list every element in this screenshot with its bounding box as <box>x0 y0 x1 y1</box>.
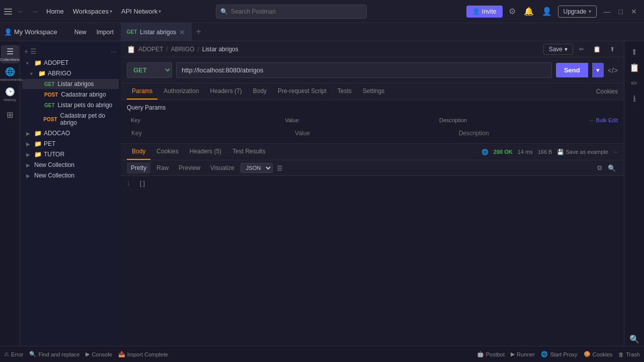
param-value-input[interactable] <box>295 130 449 137</box>
settings-icon[interactable]: ⚙ <box>507 5 518 18</box>
response-time: 14 ms <box>518 149 533 155</box>
postbot-icon: 🤖 <box>477 351 484 357</box>
param-value-cell <box>290 127 454 139</box>
bottom-trash[interactable]: 🗑 Trash <box>618 351 640 357</box>
pet-label: PET <box>44 140 55 147</box>
tabs-bar: GET Listar abrigos ✕ + <box>121 23 640 41</box>
resp-tab-body[interactable]: Body <box>127 144 150 160</box>
sidebar-add-button[interactable]: + <box>24 47 28 55</box>
json-format-select[interactable]: JSON XML HTML <box>240 163 273 173</box>
right-edge-btn-1[interactable]: ⬆ <box>629 45 639 59</box>
tab-tests[interactable]: Tests <box>333 83 357 100</box>
forward-arrow[interactable]: → <box>29 7 40 17</box>
tab-headers[interactable]: Headers (7) <box>205 83 247 100</box>
right-edge-btn-3[interactable]: ✏ <box>629 76 639 90</box>
right-edge-btn-5[interactable]: 🔍 <box>627 332 641 346</box>
cookies-link[interactable]: Cookies <box>596 88 618 95</box>
tree-item-abrigo[interactable]: ▾ 📁 ABRIGO <box>22 68 119 78</box>
code-button[interactable]: </> <box>608 66 618 74</box>
import-button[interactable]: Import <box>94 27 117 38</box>
abrigo-label: ABRIGO <box>48 70 71 77</box>
maximize-button[interactable]: □ <box>616 7 626 17</box>
copy-response-button[interactable]: ⧉ <box>595 163 604 173</box>
avatar-icon[interactable]: 👤 <box>540 5 554 18</box>
tab-settings[interactable]: Settings <box>358 83 389 100</box>
tutor-chevron-icon: ▶ <box>26 152 32 157</box>
resp-tab-test-results[interactable]: Test Results <box>227 144 270 160</box>
tree-item-new-collection-2[interactable]: ▶ New Collection <box>22 170 119 180</box>
tree-item-cadastrar-pet[interactable]: POST Cadastrar pet do abrigo <box>22 111 119 128</box>
second-header: 👤 My Workspace New Import GET Listar abr… <box>0 23 644 41</box>
param-description-input[interactable] <box>459 130 613 137</box>
add-tab-button[interactable]: + <box>192 27 205 37</box>
bottom-import[interactable]: 📥 Import Complete <box>118 351 168 357</box>
format-icon-button[interactable]: ☰ <box>275 163 285 173</box>
fmt-visualize[interactable]: Visualize <box>206 162 238 173</box>
tab-pre-request[interactable]: Pre-request Script <box>273 83 332 100</box>
right-edge-btn-2[interactable]: 📋 <box>627 61 641 74</box>
send-button[interactable]: Send <box>556 63 588 77</box>
tree-item-adopet[interactable]: ▾ 📁 ADOPET <box>22 58 119 68</box>
tab-params[interactable]: Params <box>127 83 157 100</box>
bottom-error[interactable]: ⚠ Error <box>4 351 23 357</box>
new-button[interactable]: New <box>71 27 90 38</box>
upgrade-button[interactable]: Upgrade ▾ <box>558 6 597 18</box>
fmt-preview[interactable]: Preview <box>175 162 204 173</box>
menu-icon[interactable] <box>4 8 12 16</box>
sidebar-item-components[interactable]: ⊞ <box>1 106 19 124</box>
api-network-nav[interactable]: API Network ▾ <box>118 6 164 17</box>
bottom-right: 🤖 Postbot ▶ Runner 🌐 Start Proxy 🍪 Cooki… <box>477 351 640 357</box>
response-more-button[interactable]: ··· <box>613 149 618 155</box>
search-input[interactable] <box>231 8 362 15</box>
bottom-postbot[interactable]: 🤖 Postbot <box>477 351 505 357</box>
save-example-button[interactable]: 💾 Save as example <box>557 149 608 155</box>
tree-item-adocao[interactable]: ▶ 📁 ADOCAO <box>22 128 119 138</box>
tab-body[interactable]: Body <box>248 83 272 100</box>
bottom-console[interactable]: ▶ Console <box>86 351 112 357</box>
share-button[interactable]: ⬆ <box>607 44 618 55</box>
tab-authorization[interactable]: Authorization <box>158 83 204 100</box>
save-button[interactable]: Save ▾ <box>543 44 573 55</box>
bottom-find-replace[interactable]: 🔍 Find and replace <box>29 351 79 357</box>
sidebar-more-button[interactable]: ··· <box>111 47 117 55</box>
workspaces-nav[interactable]: Workspaces ▾ <box>70 6 115 17</box>
search-bar[interactable]: 🔍 <box>216 5 367 19</box>
tree-item-listar-abrigos[interactable]: GET Listar abrigos <box>22 79 119 89</box>
copy-button[interactable]: 📋 <box>590 44 604 55</box>
resp-tab-headers[interactable]: Headers (5) <box>185 144 226 160</box>
fmt-pretty[interactable]: Pretty <box>127 162 150 173</box>
url-input[interactable] <box>176 62 552 78</box>
sidebar-filter-button[interactable]: ☰ <box>30 47 37 55</box>
sidebar-item-environments[interactable]: 🌐 Environments <box>1 65 19 83</box>
tree-item-new-collection-1[interactable]: ▶ New Collection <box>22 160 119 170</box>
bottom-start-proxy[interactable]: 🌐 Start Proxy <box>541 351 577 357</box>
tree-item-listar-pets[interactable]: GET Listar pets do abrigo <box>22 100 119 110</box>
right-edge-btn-4[interactable]: ℹ <box>631 92 638 106</box>
method-select[interactable]: GET POST PUT DELETE <box>127 62 172 78</box>
minimize-button[interactable]: — <box>601 7 614 17</box>
request-tab[interactable]: GET Listar abrigos ✕ <box>121 23 192 41</box>
close-button[interactable]: ✕ <box>628 7 640 17</box>
bottom-cookies[interactable]: 🍪 Cookies <box>584 351 613 357</box>
tree-item-tutor[interactable]: ▶ 📁 TUTOR <box>22 149 119 159</box>
home-nav[interactable]: Home <box>43 6 67 17</box>
sidebar-item-history[interactable]: 🕒 History <box>1 85 19 104</box>
back-arrow[interactable]: ← <box>15 7 26 17</box>
send-dropdown-button[interactable]: ▾ <box>592 63 604 77</box>
tab-close-button[interactable]: ✕ <box>179 28 185 36</box>
adocao-chevron-icon: ▶ <box>26 131 32 136</box>
invite-button[interactable]: 👤 Invite <box>466 6 503 18</box>
sidebar-item-collections[interactable]: ☰ Collections <box>1 45 19 63</box>
resp-tab-cookies[interactable]: Cookies <box>151 144 183 160</box>
adopet-label: ADOPET <box>44 59 68 66</box>
notification-icon[interactable]: 🔔 <box>522 5 536 18</box>
bulk-edit-button[interactable]: ··· Bulk Edit <box>589 115 618 125</box>
bottom-runner[interactable]: ▶ Runner <box>511 351 535 357</box>
tree-item-pet[interactable]: ▶ 📁 PET <box>22 139 119 149</box>
fmt-raw[interactable]: Raw <box>152 162 173 173</box>
invite-icon: 👤 <box>472 8 480 15</box>
tree-item-cadastrar-abrigo[interactable]: POST Cadastrar abrigo <box>22 89 119 100</box>
search-response-button[interactable]: 🔍 <box>606 163 618 173</box>
param-key-input[interactable] <box>131 130 286 137</box>
edit-button[interactable]: ✏ <box>576 44 587 55</box>
